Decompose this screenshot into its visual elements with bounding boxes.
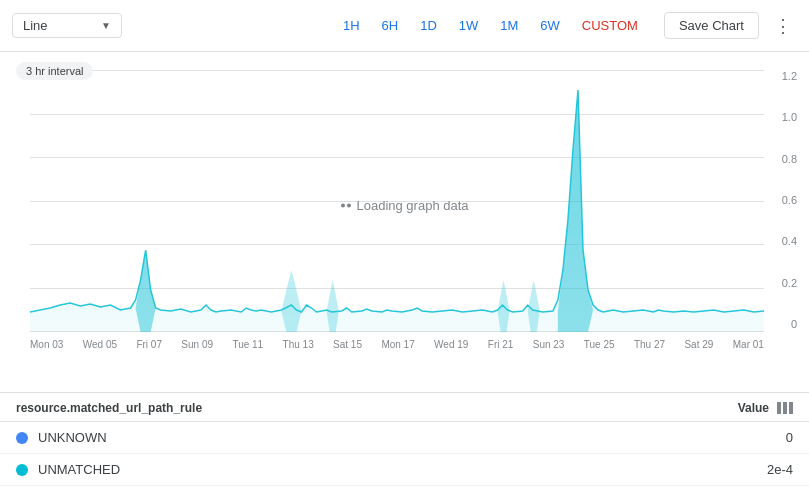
x-label: Sat 15 [333, 339, 362, 350]
y-label: 0.8 [782, 153, 797, 165]
legend-area: resource.matched_url_path_rule Value UNK… [0, 392, 809, 486]
x-label: Tue 25 [584, 339, 615, 350]
svg-marker-1 [558, 90, 593, 332]
legend-item-name: UNKNOWN [38, 430, 786, 445]
x-label: Thu 27 [634, 339, 665, 350]
time-btn-1d[interactable]: 1D [410, 13, 447, 38]
more-options-button[interactable]: ⋮ [769, 12, 797, 40]
time-btn-1h[interactable]: 1H [333, 13, 370, 38]
save-chart-button[interactable]: Save Chart [664, 12, 759, 39]
legend-color-dot [16, 464, 28, 476]
svg-marker-3 [281, 270, 301, 332]
x-label: Wed 19 [434, 339, 468, 350]
legend-item-value: 0 [786, 430, 793, 445]
legend-item-name: UNMATCHED [38, 462, 767, 477]
chart-type-dropdown[interactable]: Line ▼ [12, 13, 122, 38]
y-label: 0.6 [782, 194, 797, 206]
loading-text: Loading graph data [340, 198, 468, 213]
loading-dots-icon [340, 203, 350, 207]
loading-label: Loading graph data [356, 198, 468, 213]
legend-value-label: Value [738, 401, 769, 415]
x-label: Mon 03 [30, 339, 63, 350]
time-btn-6w[interactable]: 6W [530, 13, 570, 38]
x-label: Sun 09 [181, 339, 213, 350]
legend-color-dot [16, 432, 28, 444]
x-label: Sat 29 [684, 339, 713, 350]
x-label: Wed 05 [83, 339, 117, 350]
legend-column-label: resource.matched_url_path_rule [16, 401, 202, 415]
time-range-buttons: 1H 6H 1D 1W 1M 6W CUSTOM [333, 13, 648, 38]
interval-badge: 3 hr interval [16, 62, 93, 80]
y-label: 0.4 [782, 235, 797, 247]
x-label: Tue 11 [232, 339, 263, 350]
toolbar: Line ▼ 1H 6H 1D 1W 1M 6W CUSTOM Save Cha… [0, 0, 809, 52]
time-btn-1m[interactable]: 1M [490, 13, 528, 38]
y-label: 1.2 [782, 70, 797, 82]
x-label: Sun 23 [533, 339, 565, 350]
column-chart-icon[interactable] [777, 402, 793, 414]
y-label: 0 [782, 318, 797, 330]
x-label: Thu 13 [283, 339, 314, 350]
time-btn-6h[interactable]: 6H [372, 13, 409, 38]
chevron-down-icon: ▼ [101, 20, 111, 31]
y-axis: 1.2 1.0 0.8 0.6 0.4 0.2 0 [782, 70, 797, 330]
chart-area: 3 hr interval 1.2 1.0 0.8 0.6 0.4 0.2 0 [0, 52, 809, 392]
legend-header: resource.matched_url_path_rule Value [0, 393, 809, 422]
y-label: 1.0 [782, 111, 797, 123]
x-axis: Mon 03 Wed 05 Fri 07 Sun 09 Tue 11 Thu 1… [30, 339, 764, 350]
list-item: UNMATCHED 2e-4 [0, 454, 809, 486]
more-icon: ⋮ [774, 15, 792, 37]
y-label: 0.2 [782, 277, 797, 289]
time-btn-1w[interactable]: 1W [449, 13, 489, 38]
time-btn-custom[interactable]: CUSTOM [572, 13, 648, 38]
x-label: Fri 21 [488, 339, 514, 350]
legend-header-right: Value [738, 401, 793, 415]
x-label: Mon 17 [381, 339, 414, 350]
list-item: UNKNOWN 0 [0, 422, 809, 454]
legend-item-value: 2e-4 [767, 462, 793, 477]
chart-container: 1.2 1.0 0.8 0.6 0.4 0.2 0 [0, 70, 809, 370]
chart-type-label: Line [23, 18, 48, 33]
x-label: Fri 07 [136, 339, 162, 350]
x-label: Mar 01 [733, 339, 764, 350]
